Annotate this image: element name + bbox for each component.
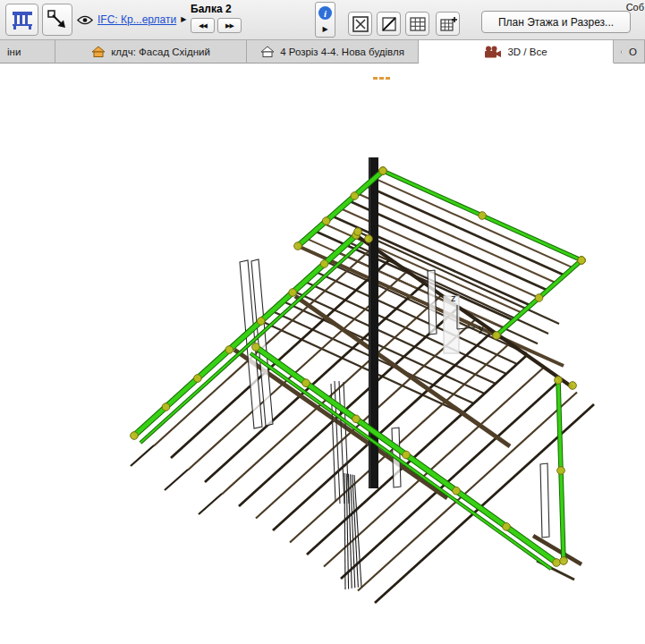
view-tab-bar: іни клдч: Фасад Східний 4 Розріз 4-4. Но… xyxy=(0,40,645,64)
camera-icon xyxy=(484,46,502,58)
tab-section-4-4[interactable]: 4 Розріз 4-4. Нова будівля xyxy=(247,40,419,64)
tab-facade-east[interactable]: клдч: Фасад Східний xyxy=(55,40,247,64)
house-outline-icon xyxy=(260,46,275,57)
tab-drag-marker xyxy=(373,77,390,80)
layout-icon xyxy=(621,47,624,57)
tab-3d-all[interactable]: 3D / Все xyxy=(419,40,614,64)
expand-triangle-icon: ▶ xyxy=(322,26,327,33)
railing-icon xyxy=(11,8,34,31)
grid-button[interactable] xyxy=(405,12,429,36)
axis-y-label: y xyxy=(479,323,484,334)
arrow-tool-icon xyxy=(46,8,69,31)
top-toolbar: IFC: Кр...ерлати ▶ Балка 2 ◀◀ ▶▶ i ▶ xyxy=(0,0,645,40)
prev-element-button[interactable]: ◀◀ xyxy=(191,18,215,33)
view-dropdown[interactable]: План Этажа и Разрез... xyxy=(481,11,631,33)
expand-triangle-icon[interactable]: ▶ xyxy=(181,16,186,23)
slashed-square-button[interactable] xyxy=(377,12,401,36)
grid-plus-button[interactable] xyxy=(436,12,460,36)
arrow-tool-button[interactable] xyxy=(42,4,72,36)
corner-label: Соб xyxy=(626,2,644,13)
next-element-button[interactable]: ▶▶ xyxy=(217,18,242,33)
archicad-window: IFC: Кр...ерлати ▶ Балка 2 ◀◀ ▶▶ i ▶ xyxy=(0,0,645,644)
checkbox-x-icon xyxy=(351,14,370,34)
tab-partial-left[interactable]: іни xyxy=(0,40,55,64)
axis-z-label: z xyxy=(451,292,456,303)
house-orange-icon xyxy=(91,46,106,57)
grid-icon xyxy=(408,14,428,34)
info-button[interactable]: i ▶ xyxy=(315,2,335,38)
3d-viewport[interactable]: z y xyxy=(0,64,645,644)
roof-frame-model: z y xyxy=(0,64,645,644)
checkbox-x-button[interactable] xyxy=(348,12,372,36)
element-navigator: Балка 2 ◀◀ ▶▶ xyxy=(191,3,242,33)
tab-label: іни xyxy=(7,47,21,57)
tab-label: 3D / Все xyxy=(507,47,547,57)
ifc-link[interactable]: IFC: Кр...ерлати xyxy=(98,13,176,26)
info-icon: i xyxy=(318,6,332,20)
grid-plus-icon xyxy=(438,14,458,34)
visibility-eye-icon[interactable] xyxy=(77,14,93,26)
tab-label: клдч: Фасад Східний xyxy=(111,47,210,57)
tab-label: 4 Розріз 4-4. Нова будівля xyxy=(280,47,404,57)
railing-tool-button[interactable] xyxy=(5,4,38,36)
tab-label: О xyxy=(629,47,637,57)
slashed-square-icon xyxy=(379,14,399,34)
tab-partial-right[interactable]: О xyxy=(614,40,645,64)
element-title: Балка 2 xyxy=(191,3,242,15)
element-info-group: IFC: Кр...ерлати ▶ xyxy=(77,13,186,26)
